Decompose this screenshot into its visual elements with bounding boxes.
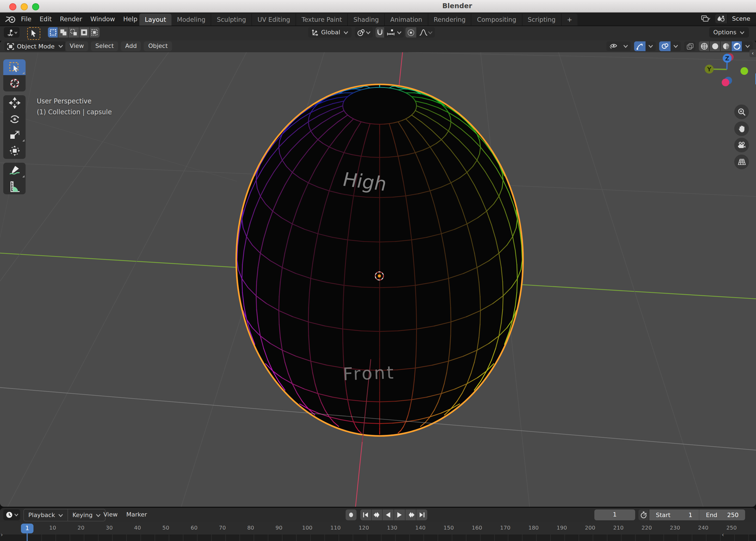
timeline-menu-marker[interactable]: Marker xyxy=(126,509,147,520)
workspace-tab-shading[interactable]: Shading xyxy=(348,13,385,25)
workspace-tab-sculpting[interactable]: Sculpting xyxy=(211,13,252,25)
tool-scale-button[interactable] xyxy=(4,127,26,143)
timeline-menu-view[interactable]: View xyxy=(104,509,118,520)
timeline-expand-arrow[interactable]: › xyxy=(1,531,3,538)
show-hide-button[interactable] xyxy=(606,41,620,51)
timeline-dropdowns: PlaybackKeying xyxy=(23,509,106,521)
snap-toggle[interactable] xyxy=(376,27,385,38)
menu-file[interactable]: File xyxy=(17,12,36,25)
mode-select[interactable]: Object Mode xyxy=(4,41,66,51)
tool-transform-button[interactable] xyxy=(4,143,26,159)
tool-cursor-button[interactable] xyxy=(4,75,26,91)
menu-render[interactable]: Render xyxy=(56,12,86,25)
menu-edit[interactable]: Edit xyxy=(36,12,56,25)
proportional-editing-widget xyxy=(406,27,435,38)
current-frame-marker[interactable]: 1 xyxy=(21,524,34,533)
viewport-3d[interactable]: Object Mode ViewSelectAddObject xyxy=(0,40,756,507)
proportional-editing-toggle[interactable] xyxy=(406,27,417,38)
axis-y-neg-ball[interactable] xyxy=(740,67,748,75)
sidebar-collapse-tab[interactable]: ‹ xyxy=(749,50,756,57)
viewport-canvas[interactable] xyxy=(0,52,756,507)
auto-keyframe-button[interactable] xyxy=(638,509,649,520)
ruler-frame-label: 190 xyxy=(557,522,567,534)
workspace-tab-texture-paint[interactable]: Texture Paint xyxy=(296,13,348,25)
eye-cursor-icon xyxy=(608,43,618,50)
visibility-dropdown[interactable] xyxy=(620,41,631,51)
workspace-tab-uv-editing[interactable]: UV Editing xyxy=(252,13,296,25)
workspace-tab-rendering[interactable]: Rendering xyxy=(428,13,471,25)
select-set-button[interactable] xyxy=(48,27,58,38)
pan-button-viewport[interactable] xyxy=(734,121,749,136)
prev-keyframe-button[interactable] xyxy=(371,509,383,520)
close-button[interactable] xyxy=(9,3,16,10)
workspace-tab-compositing[interactable]: Compositing xyxy=(472,13,522,25)
proportional-falloff-select[interactable] xyxy=(417,27,435,38)
timeline-editor-type-button[interactable] xyxy=(3,509,20,520)
select-invert-button[interactable] xyxy=(79,27,90,38)
frame-end-field[interactable]: End250 xyxy=(699,509,745,520)
view-layer-widget[interactable] xyxy=(701,14,710,23)
next-keyframe-button[interactable] xyxy=(406,509,417,520)
nav-gizmo[interactable]: Z Y xyxy=(691,40,756,92)
show-gizmo-toggle[interactable] xyxy=(634,41,645,51)
pivot-point-select[interactable] xyxy=(355,27,373,38)
workspace-tab-scripting[interactable]: Scripting xyxy=(522,13,562,25)
workspace-tab-layout[interactable]: Layout xyxy=(139,13,172,25)
transform-orientation-select[interactable]: Global xyxy=(308,27,352,38)
axis-x-ball[interactable] xyxy=(722,79,729,86)
scene-selector[interactable]: Scene xyxy=(715,14,756,23)
tool-rotate-button[interactable] xyxy=(4,111,26,127)
jump-start-button[interactable] xyxy=(360,509,371,520)
workspace-tab-animation[interactable]: Animation xyxy=(385,13,428,25)
minimize-button[interactable] xyxy=(21,3,28,10)
viewport-menu-object[interactable]: Object xyxy=(144,41,172,51)
select-extend-button[interactable] xyxy=(58,27,69,38)
ortho-grid-button[interactable] xyxy=(734,154,749,169)
menu-window[interactable]: Window xyxy=(86,12,119,25)
add-workspace-button[interactable]: + xyxy=(562,13,577,25)
viewport-menu-add[interactable]: Add xyxy=(121,41,141,51)
playhead-stem[interactable] xyxy=(27,533,28,541)
topbar: FileEditRenderWindowHelp LayoutModelingS… xyxy=(0,12,756,25)
snap-widget xyxy=(376,27,404,38)
timeline-tickstrip[interactable] xyxy=(0,534,756,541)
frame-start-field[interactable]: Start1 xyxy=(649,509,699,520)
gizmo-icon xyxy=(636,43,643,50)
jump-end-button[interactable] xyxy=(417,509,427,520)
select-intersect-button[interactable] xyxy=(90,27,100,38)
tool-select-box-button[interactable] xyxy=(4,59,26,75)
tool-move-button[interactable] xyxy=(4,95,26,111)
camera-view-button[interactable] xyxy=(734,138,749,152)
viewport-menu-view[interactable]: View xyxy=(65,41,88,51)
menu-help[interactable]: Help xyxy=(119,12,142,25)
timeline-ruler[interactable]: 1102030405060708090100110120130140150160… xyxy=(0,522,756,534)
snap-target-select[interactable] xyxy=(385,27,404,38)
tool-annotate-button[interactable] xyxy=(4,163,26,179)
timeline-dropdown-keying[interactable]: Keying xyxy=(68,509,105,521)
overlays-dropdown[interactable] xyxy=(670,41,681,51)
tool-measure-button[interactable] xyxy=(4,179,26,195)
zoom-button-viewport[interactable] xyxy=(734,105,749,119)
record-button[interactable] xyxy=(346,509,356,520)
blender-logo-icon[interactable] xyxy=(5,14,17,23)
viewport-menu-select[interactable]: Select xyxy=(91,41,118,51)
select-subtract-button[interactable] xyxy=(69,27,79,38)
play-reverse-button[interactable] xyxy=(383,509,394,520)
magnet-icon xyxy=(377,29,383,36)
ruler-frame-label: 150 xyxy=(444,522,454,534)
workspace-tab-modeling[interactable]: Modeling xyxy=(172,13,211,25)
clock-icon xyxy=(5,511,13,519)
object-mode-icon xyxy=(7,43,14,50)
timeline-collapse-arrow[interactable]: ‹ xyxy=(722,531,724,538)
editor-type-button[interactable] xyxy=(4,27,20,38)
active-tool-indicator[interactable] xyxy=(27,27,40,39)
gizmo-dropdown[interactable] xyxy=(645,41,656,51)
play-button[interactable] xyxy=(394,509,405,520)
current-frame-field[interactable]: 1 xyxy=(594,509,635,520)
zoom-button[interactable] xyxy=(32,3,39,10)
scene-name-field[interactable]: Scene xyxy=(728,14,756,23)
options-button[interactable]: Options xyxy=(709,27,749,38)
viewport-menus: ViewSelectAddObject xyxy=(65,41,172,51)
show-overlays-toggle[interactable] xyxy=(659,41,670,51)
timeline-dropdown-playback[interactable]: Playback xyxy=(24,509,68,521)
